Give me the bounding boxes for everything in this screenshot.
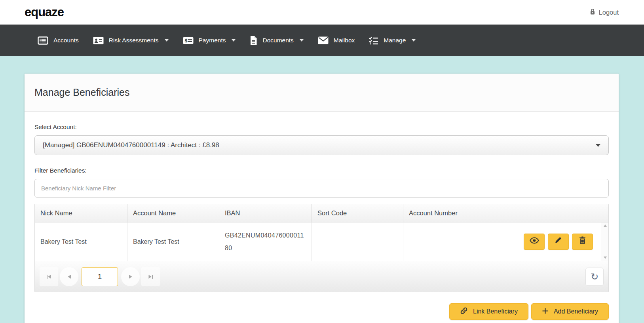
nav-item-payments[interactable]: $ Payments xyxy=(183,37,236,44)
refresh-icon: ↻ xyxy=(591,271,598,282)
nav-item-label: Risk Assessments xyxy=(109,37,159,44)
cell-nick-name: Bakery Test Test xyxy=(35,222,127,261)
nav-item-label: Accounts xyxy=(53,37,79,44)
nav-item-mailbox[interactable]: Mailbox xyxy=(318,36,355,44)
cell-sort-code xyxy=(312,222,403,261)
filter-beneficiaries-label: Filter Beneficiaries: xyxy=(34,167,609,174)
scrollbar-header-spacer xyxy=(597,204,608,222)
last-page-button[interactable] xyxy=(141,267,160,286)
delete-beneficiary-button[interactable] xyxy=(572,234,593,250)
panel-header: Manage Beneficiaries xyxy=(25,74,619,112)
logout-button[interactable]: Logout xyxy=(590,8,619,17)
nav-item-label: Payments xyxy=(199,37,226,44)
account-select-value: [Managed] GB06ENUM04047600001149 : Archi… xyxy=(43,141,219,149)
nav-item-accounts[interactable]: Accounts xyxy=(38,36,79,45)
chevron-down-icon xyxy=(165,39,169,42)
column-header-iban[interactable]: IBAN xyxy=(219,204,312,222)
cell-account-number xyxy=(403,222,495,261)
chevron-down-icon xyxy=(300,39,304,42)
id-card-icon xyxy=(93,36,104,45)
nav-item-manage[interactable]: Manage xyxy=(369,36,416,45)
column-header-nick-name[interactable]: Nick Name xyxy=(35,204,127,222)
table-vertical-scrollbar[interactable] xyxy=(602,222,608,261)
pencil-icon xyxy=(555,236,562,248)
nav-item-label: Documents xyxy=(262,37,293,44)
table-row: Bakery Test Test Bakery Test Test GB42EN… xyxy=(35,222,608,261)
edit-beneficiary-button[interactable] xyxy=(548,234,569,250)
cell-iban: GB42ENUM04047600001180 xyxy=(219,222,312,261)
file-icon xyxy=(250,36,257,45)
logout-label: Logout xyxy=(599,9,619,16)
svg-text:$: $ xyxy=(184,38,188,43)
refresh-button[interactable]: ↻ xyxy=(585,268,604,286)
nav-item-documents[interactable]: Documents xyxy=(250,36,303,45)
add-beneficiary-button[interactable]: Add Beneficiary xyxy=(531,303,609,320)
tasks-icon xyxy=(369,36,378,45)
manage-beneficiaries-panel: Manage Beneficiaries Select Account: [Ma… xyxy=(25,74,619,323)
footer-actions: Link Beneficiary Add Beneficiary xyxy=(34,292,609,320)
app-logo[interactable]: equaze xyxy=(25,5,64,19)
trash-icon xyxy=(579,236,586,248)
nav-item-risk-assessments[interactable]: Risk Assessments xyxy=(93,36,169,45)
page-title: Manage Beneficiaries xyxy=(34,87,609,98)
chevron-down-icon xyxy=(232,39,236,42)
money-check-icon: $ xyxy=(183,37,194,44)
column-header-account-number[interactable]: Account Number xyxy=(403,204,495,222)
column-header-sort-code[interactable]: Sort Code xyxy=(312,204,403,222)
nav-item-label: Manage xyxy=(384,37,406,44)
select-account-label: Select Account: xyxy=(34,124,609,131)
nav-item-label: Mailbox xyxy=(334,37,355,44)
scroll-up-icon[interactable] xyxy=(604,224,607,227)
cell-account-name: Bakery Test Test xyxy=(127,222,219,261)
table-pager: 1 ↻ xyxy=(35,261,608,292)
link-beneficiary-button[interactable]: Link Beneficiary xyxy=(449,303,528,320)
beneficiary-filter-input[interactable] xyxy=(34,179,609,198)
beneficiaries-table: Nick Name Account Name IBAN Sort Code Ac… xyxy=(34,204,609,292)
page-background: Manage Beneficiaries Select Account: [Ma… xyxy=(0,56,644,323)
chevron-down-icon xyxy=(412,39,416,42)
first-page-button[interactable] xyxy=(40,267,58,286)
list-icon xyxy=(38,36,48,45)
view-beneficiary-button[interactable] xyxy=(524,234,545,250)
top-bar: equaze Logout xyxy=(0,0,644,25)
plus-icon xyxy=(542,308,549,316)
next-page-button[interactable] xyxy=(121,267,140,286)
eye-icon xyxy=(530,236,539,248)
previous-page-button[interactable] xyxy=(60,267,78,286)
column-header-actions xyxy=(495,204,597,222)
cell-row-actions xyxy=(495,222,602,261)
link-beneficiary-label: Link Beneficiary xyxy=(473,308,518,315)
panel-body: Select Account: [Managed] GB06ENUM040476… xyxy=(25,124,619,323)
column-header-account-name[interactable]: Account Name xyxy=(127,204,219,222)
scroll-down-icon[interactable] xyxy=(604,256,607,259)
current-page-indicator[interactable]: 1 xyxy=(82,267,118,286)
envelope-icon xyxy=(318,36,329,44)
table-header-row: Nick Name Account Name IBAN Sort Code Ac… xyxy=(35,204,608,222)
lock-icon xyxy=(590,8,595,17)
link-icon xyxy=(460,307,468,316)
chevron-down-icon xyxy=(596,144,600,147)
account-select[interactable]: [Managed] GB06ENUM04047600001149 : Archi… xyxy=(34,135,609,155)
main-nav: Accounts Risk Assessments $ Payments xyxy=(0,25,644,56)
add-beneficiary-label: Add Beneficiary xyxy=(554,308,598,315)
